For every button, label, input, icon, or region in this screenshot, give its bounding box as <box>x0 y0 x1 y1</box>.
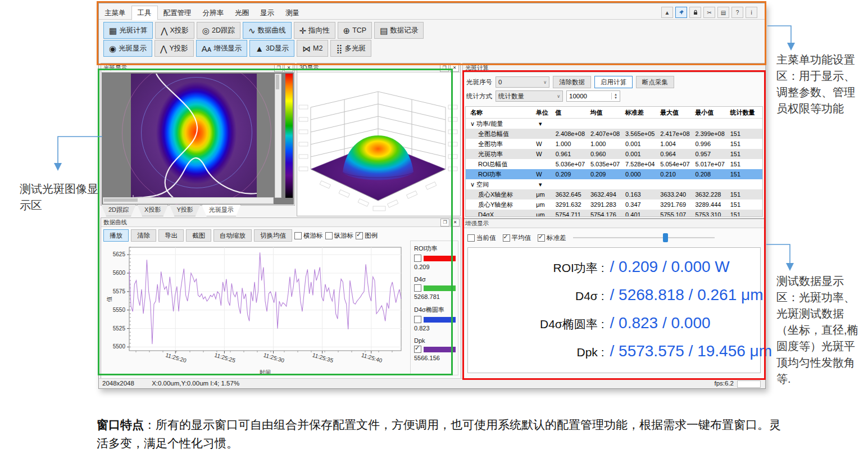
column-header-统计数量[interactable]: 统计数量 <box>729 107 762 118</box>
curve-button-播放[interactable]: 播放 <box>103 229 129 242</box>
float-window-icon[interactable]: ❐ <box>274 64 283 72</box>
toolbar-button-增强显示[interactable]: Aᴀ增强显示 <box>196 40 247 57</box>
table-row[interactable]: ROI功率W0.2090.2090.0000.2100.208151 <box>466 169 762 179</box>
beam-2d-image[interactable] <box>131 74 257 199</box>
toolbar-button-光斑显示[interactable]: ◉光斑显示 <box>103 40 152 57</box>
calc-button-清除数据[interactable]: 清除数据 <box>553 76 591 88</box>
toolbar-button-数据记录[interactable]: ▤数据记录 <box>374 22 424 39</box>
toolbar-button-M2[interactable]: ⋈M2 <box>297 40 328 57</box>
enhanced-checkbox-平均值[interactable]: 平均值 <box>503 234 531 242</box>
toolbar-button-数据曲线[interactable]: ∿数据曲线 <box>243 22 292 39</box>
legend-checkbox[interactable] <box>414 346 421 353</box>
pin-icon[interactable] <box>675 7 687 18</box>
table-row[interactable]: 全图功率W1.0001.0000.0011.0040.996151 <box>466 139 762 149</box>
close-icon[interactable]: ✕ <box>451 219 460 226</box>
stat-mode-select[interactable]: 统计数量∨ <box>496 90 563 102</box>
legend-checkbox[interactable] <box>414 255 421 262</box>
stat-count-spinner[interactable]: 10000 ▲▼ <box>566 90 620 102</box>
enhance-slider[interactable] <box>573 233 715 243</box>
collapse-arrow-icon[interactable]: ▲ <box>661 7 673 18</box>
time-series-chart[interactable]: 55005525555055755600562511:25:2011:25:25… <box>103 244 407 377</box>
legend-checkbox[interactable] <box>414 284 421 292</box>
curve-button-切换均值[interactable]: 切换均值 <box>254 229 292 242</box>
column-header-标准差[interactable]: 标准差 <box>624 107 659 118</box>
beam-vertical-scrollbar[interactable] <box>275 74 281 198</box>
float-window-icon[interactable]: ❐ <box>440 219 449 226</box>
curve-checkbox-图例[interactable]: 图例 <box>356 232 378 240</box>
data-curve-panel: 数据曲线 ❐ ✕ 播放清除导出截图自动缩放切换均值横游标纵游标图例 550055… <box>101 217 461 379</box>
help-icon[interactable]: ? <box>731 7 743 18</box>
group-row-功率/能量[interactable]: ∨ 功率/能量▾ <box>466 119 762 129</box>
legend-bar-row <box>414 316 456 323</box>
table-row[interactable]: 全图总幅值2.408e+082.407e+083.565e+052.417e+0… <box>466 129 762 139</box>
column-header-最大值[interactable]: 最大值 <box>659 107 694 118</box>
curve-checkbox-纵游标[interactable]: 纵游标 <box>325 232 354 240</box>
group-row-空间[interactable]: ∨ 空间▾ <box>466 179 762 189</box>
tab-Y投影[interactable]: Y投影 <box>169 205 200 216</box>
row-unit: W <box>535 169 555 179</box>
column-header-名称[interactable]: 名称 <box>466 107 535 118</box>
toolbar-button-多光斑[interactable]: ⣿多光斑 <box>330 40 371 57</box>
row-value: 2.408e+08 <box>555 129 589 139</box>
enhanced-checkbox-当前值[interactable]: 当前值 <box>467 234 496 242</box>
toolbar-button-X投影[interactable]: ⋀X投影 <box>155 22 194 39</box>
3d-plot-area[interactable] <box>298 72 460 215</box>
menu-item-配置管理[interactable]: 配置管理 <box>158 6 197 20</box>
table-row[interactable]: 光斑功率W0.9610.9600.0010.9640.957151 <box>466 149 762 159</box>
menu-item-分辨率[interactable]: 分辨率 <box>197 6 230 20</box>
table-row[interactable]: D4σXμm5754.7115754.1760.4015755.1075753.… <box>466 210 762 217</box>
tab-X投影[interactable]: X投影 <box>137 205 168 216</box>
row-name: 全图功率 <box>466 139 535 149</box>
beam-horizontal-scrollbar[interactable] <box>103 197 274 204</box>
toolbar-button-3D显示[interactable]: ▲3D显示 <box>249 40 294 57</box>
calculator-icon: ▦ <box>109 26 117 35</box>
table-row[interactable]: 质心Y轴坐标μm3291.6323291.2830.3473291.769328… <box>466 199 762 210</box>
menu-item-显示[interactable]: 显示 <box>255 6 280 20</box>
toolbar-row-2: ◉光斑显示⋀Y投影Aᴀ增强显示▲3D显示⋈M2⣿多光斑 <box>103 40 371 57</box>
menu-item-光圈[interactable]: 光圈 <box>229 6 255 20</box>
info-icon[interactable]: i <box>746 7 757 18</box>
menu-item-工具[interactable]: 工具 <box>131 6 158 20</box>
column-header-均值[interactable]: 均值 <box>589 107 624 118</box>
enhanced-value-label: D4σ : <box>472 289 605 303</box>
toolbar-button-Y投影[interactable]: ⋀Y投影 <box>154 40 194 57</box>
calc-button-断点采集[interactable]: 断点采集 <box>636 76 674 88</box>
group-collapse-icon[interactable]: ▾ <box>538 179 558 189</box>
float-window-icon[interactable]: ❐ <box>440 64 449 72</box>
toolbar-button-label: 2D跟踪 <box>212 26 235 35</box>
checkbox-icon <box>538 234 545 242</box>
curve-checkbox-横游标[interactable]: 横游标 <box>294 232 323 240</box>
3d-surface-plot <box>298 72 458 214</box>
cut-icon[interactable]: ✂ <box>703 7 715 18</box>
group-collapse-icon[interactable]: ▾ <box>538 119 558 129</box>
close-icon[interactable]: ✕ <box>284 64 293 72</box>
toolbar-button-光斑计算[interactable]: ▦光斑计算 <box>103 22 153 39</box>
document-icon[interactable]: ▤ <box>717 7 729 18</box>
legend-checkbox[interactable] <box>414 316 421 323</box>
toolbar-button-2D跟踪[interactable]: ◎2D跟踪 <box>197 22 240 39</box>
column-header-单位[interactable]: 单位 <box>535 107 555 118</box>
toolbar-button-label: 3D显示 <box>266 44 289 53</box>
tab-光斑显示[interactable]: 光斑显示 <box>202 205 241 216</box>
curve-button-导出[interactable]: 导出 <box>158 229 184 242</box>
caption-bold: 窗口特点 <box>97 418 144 431</box>
close-icon[interactable]: ✕ <box>450 64 459 72</box>
toolbar-button-指向性[interactable]: ✛指向性 <box>294 22 335 39</box>
curve-button-自动缩放[interactable]: 自动缩放 <box>213 229 252 242</box>
table-row[interactable]: ROI总幅值5.036e+075.035e+077.528e+045.054e+… <box>466 159 762 169</box>
curve-button-截图[interactable]: 截图 <box>186 229 211 242</box>
row-value: 0.347 <box>624 199 659 210</box>
table-row[interactable]: 质心X轴坐标μm3632.6453632.4940.1633633.240363… <box>466 189 762 199</box>
spot-index-select[interactable]: 0∨ <box>496 76 549 88</box>
enhanced-checkbox-标准差[interactable]: 标准差 <box>538 234 566 242</box>
calc-button-启用计算[interactable]: 启用计算 <box>594 76 633 88</box>
tab-2D跟踪[interactable]: 2D跟踪 <box>101 205 136 216</box>
curve-button-清除[interactable]: 清除 <box>131 229 156 242</box>
lock-icon[interactable] <box>689 7 701 18</box>
column-header-值[interactable]: 值 <box>554 107 589 118</box>
menu-item-主菜单[interactable]: 主菜单 <box>99 6 131 20</box>
column-header-最小值[interactable]: 最小值 <box>694 107 729 118</box>
annotation-right-bottom: 测试数据显示区：光斑功率、光斑测试数据（坐标，直径,椭圆度等）光斑平顶均匀性发散… <box>776 273 865 387</box>
menu-item-测量[interactable]: 测量 <box>280 6 305 20</box>
toolbar-button-TCP[interactable]: ⊕TCP <box>338 22 372 39</box>
